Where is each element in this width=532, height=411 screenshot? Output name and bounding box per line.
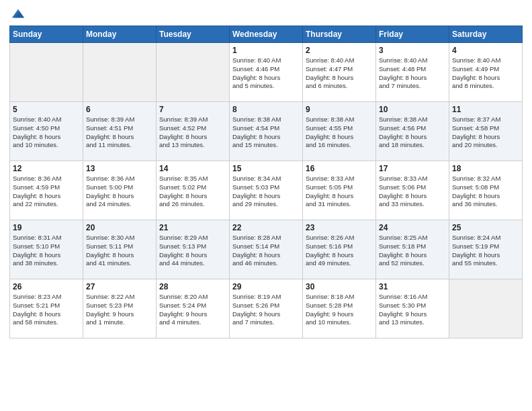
day-info: Sunrise: 8:28 AMSunset: 5:14 PMDaylight:… bbox=[232, 234, 300, 268]
calendar-week-2: 5Sunrise: 8:40 AMSunset: 4:50 PMDaylight… bbox=[10, 102, 523, 161]
day-info: Sunrise: 8:36 AMSunset: 5:00 PMDaylight:… bbox=[86, 175, 153, 209]
day-number: 8 bbox=[232, 105, 300, 114]
calendar-cell: 18Sunrise: 8:32 AMSunset: 5:08 PMDayligh… bbox=[449, 161, 523, 220]
calendar-cell: 17Sunrise: 8:33 AMSunset: 5:06 PMDayligh… bbox=[376, 161, 449, 220]
calendar-cell: 23Sunrise: 8:26 AMSunset: 5:16 PMDayligh… bbox=[303, 220, 376, 279]
calendar-cell: 28Sunrise: 8:20 AMSunset: 5:24 PMDayligh… bbox=[157, 279, 230, 338]
calendar-table: SundayMondayTuesdayWednesdayThursdayFrid… bbox=[9, 26, 523, 338]
calendar-cell: 21Sunrise: 8:29 AMSunset: 5:13 PMDayligh… bbox=[157, 220, 230, 279]
calendar-cell: 6Sunrise: 8:39 AMSunset: 4:51 PMDaylight… bbox=[83, 102, 157, 161]
day-number: 20 bbox=[86, 223, 153, 232]
calendar-week-5: 26Sunrise: 8:23 AMSunset: 5:21 PMDayligh… bbox=[10, 279, 523, 338]
day-number: 30 bbox=[306, 282, 373, 291]
calendar-cell: 29Sunrise: 8:19 AMSunset: 5:26 PMDayligh… bbox=[230, 279, 303, 338]
day-number: 10 bbox=[379, 105, 446, 114]
calendar-cell: 10Sunrise: 8:38 AMSunset: 4:56 PMDayligh… bbox=[376, 102, 449, 161]
day-number: 15 bbox=[232, 164, 300, 173]
day-info: Sunrise: 8:33 AMSunset: 5:05 PMDaylight:… bbox=[306, 175, 373, 209]
day-info: Sunrise: 8:32 AMSunset: 5:08 PMDaylight:… bbox=[452, 175, 519, 209]
day-info: Sunrise: 8:40 AMSunset: 4:50 PMDaylight:… bbox=[13, 116, 80, 150]
weekday-header-thursday: Thursday bbox=[303, 26, 376, 43]
day-number: 31 bbox=[379, 282, 446, 291]
calendar-cell: 9Sunrise: 8:38 AMSunset: 4:55 PMDaylight… bbox=[303, 102, 376, 161]
day-number: 16 bbox=[306, 164, 373, 173]
day-number: 17 bbox=[379, 164, 446, 173]
day-number: 4 bbox=[452, 46, 519, 55]
calendar-cell: 2Sunrise: 8:40 AMSunset: 4:47 PMDaylight… bbox=[303, 43, 376, 102]
day-info: Sunrise: 8:40 AMSunset: 4:47 PMDaylight:… bbox=[306, 56, 373, 91]
day-number: 25 bbox=[452, 223, 519, 232]
calendar-cell: 3Sunrise: 8:40 AMSunset: 4:48 PMDaylight… bbox=[376, 43, 449, 102]
day-number: 1 bbox=[232, 46, 300, 55]
day-info: Sunrise: 8:33 AMSunset: 5:06 PMDaylight:… bbox=[379, 175, 446, 209]
weekday-header-monday: Monday bbox=[83, 26, 157, 43]
day-number: 3 bbox=[379, 46, 446, 55]
calendar-cell: 11Sunrise: 8:37 AMSunset: 4:58 PMDayligh… bbox=[449, 102, 523, 161]
calendar-cell: 27Sunrise: 8:22 AMSunset: 5:23 PMDayligh… bbox=[83, 279, 157, 338]
calendar-cell: 20Sunrise: 8:30 AMSunset: 5:11 PMDayligh… bbox=[83, 220, 157, 279]
day-info: Sunrise: 8:36 AMSunset: 4:59 PMDaylight:… bbox=[13, 175, 80, 209]
day-number: 23 bbox=[306, 223, 373, 232]
calendar-cell: 14Sunrise: 8:35 AMSunset: 5:02 PMDayligh… bbox=[157, 161, 230, 220]
calendar-header: SundayMondayTuesdayWednesdayThursdayFrid… bbox=[10, 26, 523, 43]
calendar-cell bbox=[157, 43, 230, 102]
calendar-cell: 31Sunrise: 8:16 AMSunset: 5:30 PMDayligh… bbox=[376, 279, 449, 338]
day-number: 13 bbox=[86, 164, 153, 173]
day-info: Sunrise: 8:25 AMSunset: 5:18 PMDaylight:… bbox=[379, 234, 446, 268]
calendar-cell: 12Sunrise: 8:36 AMSunset: 4:59 PMDayligh… bbox=[10, 161, 83, 220]
day-info: Sunrise: 8:16 AMSunset: 5:30 PMDaylight:… bbox=[379, 293, 446, 327]
day-info: Sunrise: 8:20 AMSunset: 5:24 PMDaylight:… bbox=[159, 293, 226, 327]
day-info: Sunrise: 8:35 AMSunset: 5:02 PMDaylight:… bbox=[159, 175, 226, 209]
calendar-cell: 7Sunrise: 8:39 AMSunset: 4:52 PMDaylight… bbox=[157, 102, 230, 161]
calendar-cell: 8Sunrise: 8:38 AMSunset: 4:54 PMDaylight… bbox=[230, 102, 303, 161]
page-header bbox=[9, 7, 523, 21]
day-number: 11 bbox=[452, 105, 519, 114]
day-info: Sunrise: 8:18 AMSunset: 5:28 PMDaylight:… bbox=[306, 293, 373, 327]
day-number: 24 bbox=[379, 223, 446, 232]
day-info: Sunrise: 8:30 AMSunset: 5:11 PMDaylight:… bbox=[86, 234, 153, 268]
calendar-cell: 16Sunrise: 8:33 AMSunset: 5:05 PMDayligh… bbox=[303, 161, 376, 220]
day-number: 21 bbox=[159, 223, 226, 232]
calendar-cell: 15Sunrise: 8:34 AMSunset: 5:03 PMDayligh… bbox=[230, 161, 303, 220]
logo-icon bbox=[11, 7, 26, 21]
calendar-cell: 1Sunrise: 8:40 AMSunset: 4:46 PMDaylight… bbox=[230, 43, 303, 102]
calendar-cell bbox=[83, 43, 157, 102]
day-info: Sunrise: 8:24 AMSunset: 5:19 PMDaylight:… bbox=[452, 234, 519, 268]
calendar-week-4: 19Sunrise: 8:31 AMSunset: 5:10 PMDayligh… bbox=[10, 220, 523, 279]
day-number: 27 bbox=[86, 282, 153, 291]
day-number: 12 bbox=[13, 164, 80, 173]
day-number: 18 bbox=[452, 164, 519, 173]
day-info: Sunrise: 8:22 AMSunset: 5:23 PMDaylight:… bbox=[86, 293, 153, 327]
day-number: 19 bbox=[13, 223, 80, 232]
day-number: 22 bbox=[232, 223, 300, 232]
calendar-week-3: 12Sunrise: 8:36 AMSunset: 4:59 PMDayligh… bbox=[10, 161, 523, 220]
calendar-cell: 24Sunrise: 8:25 AMSunset: 5:18 PMDayligh… bbox=[376, 220, 449, 279]
calendar-cell: 19Sunrise: 8:31 AMSunset: 5:10 PMDayligh… bbox=[10, 220, 83, 279]
weekday-header-wednesday: Wednesday bbox=[230, 26, 303, 43]
day-number: 9 bbox=[306, 105, 373, 114]
day-info: Sunrise: 8:23 AMSunset: 5:21 PMDaylight:… bbox=[13, 293, 80, 327]
day-number: 2 bbox=[306, 46, 373, 55]
calendar-cell: 25Sunrise: 8:24 AMSunset: 5:19 PMDayligh… bbox=[449, 220, 523, 279]
day-info: Sunrise: 8:29 AMSunset: 5:13 PMDaylight:… bbox=[159, 234, 226, 268]
calendar-week-1: 1Sunrise: 8:40 AMSunset: 4:46 PMDaylight… bbox=[10, 43, 523, 102]
day-number: 28 bbox=[159, 282, 226, 291]
weekday-header-sunday: Sunday bbox=[10, 26, 83, 43]
day-number: 26 bbox=[13, 282, 80, 291]
weekday-header-tuesday: Tuesday bbox=[157, 26, 230, 43]
calendar-cell: 26Sunrise: 8:23 AMSunset: 5:21 PMDayligh… bbox=[10, 279, 83, 338]
day-info: Sunrise: 8:39 AMSunset: 4:52 PMDaylight:… bbox=[159, 116, 226, 150]
day-number: 6 bbox=[86, 105, 153, 114]
day-number: 7 bbox=[159, 105, 226, 114]
calendar-cell: 5Sunrise: 8:40 AMSunset: 4:50 PMDaylight… bbox=[10, 102, 83, 161]
day-info: Sunrise: 8:39 AMSunset: 4:51 PMDaylight:… bbox=[86, 116, 153, 150]
day-info: Sunrise: 8:40 AMSunset: 4:49 PMDaylight:… bbox=[452, 56, 519, 91]
day-info: Sunrise: 8:38 AMSunset: 4:56 PMDaylight:… bbox=[379, 116, 446, 150]
day-info: Sunrise: 8:40 AMSunset: 4:46 PMDaylight:… bbox=[232, 56, 300, 91]
calendar-cell bbox=[449, 279, 523, 338]
day-info: Sunrise: 8:40 AMSunset: 4:48 PMDaylight:… bbox=[379, 56, 446, 91]
day-info: Sunrise: 8:19 AMSunset: 5:26 PMDaylight:… bbox=[232, 293, 300, 327]
day-info: Sunrise: 8:38 AMSunset: 4:55 PMDaylight:… bbox=[306, 116, 373, 150]
day-info: Sunrise: 8:26 AMSunset: 5:16 PMDaylight:… bbox=[306, 234, 373, 268]
day-number: 14 bbox=[159, 164, 226, 173]
